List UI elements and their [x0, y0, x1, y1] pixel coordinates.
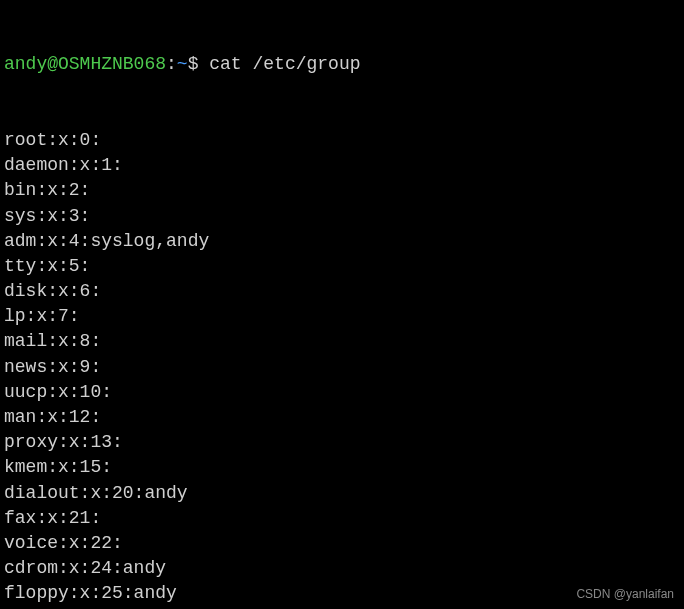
- output-line: proxy:x:13:: [4, 430, 680, 455]
- output-line: sys:x:3:: [4, 204, 680, 229]
- output-line: root:x:0:: [4, 128, 680, 153]
- prompt-user-host: andy@OSMHZNB068: [4, 54, 166, 74]
- command-text: cat /etc/group: [209, 54, 360, 74]
- command-line: andy@OSMHZNB068:~$ cat /etc/group: [4, 52, 680, 77]
- output-line: voice:x:22:: [4, 531, 680, 556]
- prompt-symbol: $: [188, 54, 210, 74]
- output-line: news:x:9:: [4, 355, 680, 380]
- output-line: fax:x:21:: [4, 506, 680, 531]
- output-line: daemon:x:1:: [4, 153, 680, 178]
- output-line: man:x:12:: [4, 405, 680, 430]
- output-line: mail:x:8:: [4, 329, 680, 354]
- output-line: lp:x:7:: [4, 304, 680, 329]
- terminal-window[interactable]: andy@OSMHZNB068:~$ cat /etc/group root:x…: [4, 2, 680, 609]
- watermark-text: CSDN @yanlaifan: [576, 586, 674, 603]
- output-line: dialout:x:20:andy: [4, 481, 680, 506]
- output-line: disk:x:6:: [4, 279, 680, 304]
- prompt-path: ~: [177, 54, 188, 74]
- output-line: cdrom:x:24:andy: [4, 556, 680, 581]
- prompt-separator: :: [166, 54, 177, 74]
- output-line: adm:x:4:syslog,andy: [4, 229, 680, 254]
- output-line: tty:x:5:: [4, 254, 680, 279]
- command-output: root:x:0:daemon:x:1:bin:x:2:sys:x:3:adm:…: [4, 128, 680, 609]
- output-line: kmem:x:15:: [4, 455, 680, 480]
- output-line: uucp:x:10:: [4, 380, 680, 405]
- output-line: bin:x:2:: [4, 178, 680, 203]
